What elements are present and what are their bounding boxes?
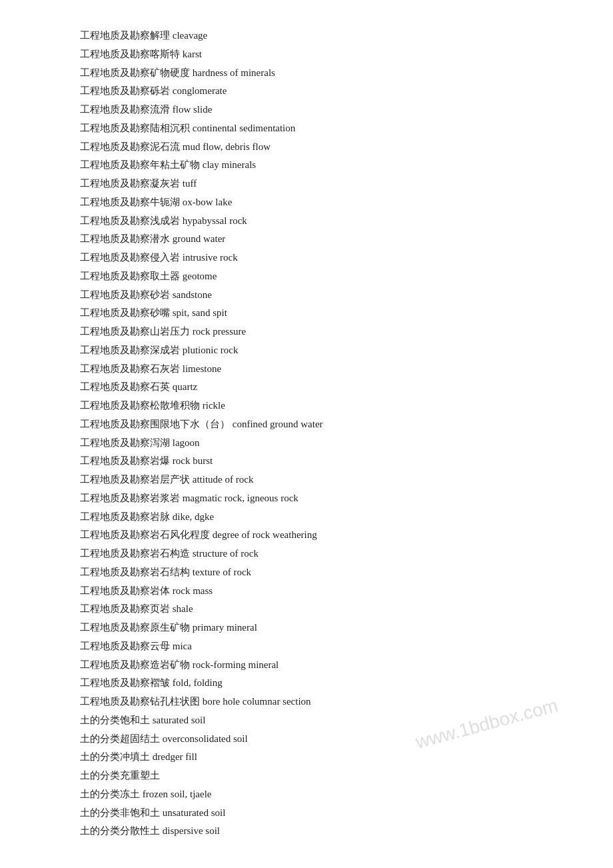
list-item: 土的分类冻土 frozen soil, tjaele bbox=[80, 785, 533, 804]
list-item: 工程地质及勘察石灰岩 limestone bbox=[80, 360, 533, 379]
list-item: 工程地质及勘察喀斯特 karst bbox=[80, 45, 533, 64]
list-item: 土的分类分散性土 dispersive soil bbox=[80, 822, 533, 841]
list-item: 工程地质及勘察侵入岩 intrusive rock bbox=[80, 249, 533, 267]
list-item: 土的分类非饱和土 unsaturated soil bbox=[80, 804, 533, 823]
list-item: 工程地质及勘察陆相沉积 continental sedimentation bbox=[80, 119, 533, 138]
list-item: 土的分类超固结土 overconsolidated soil bbox=[80, 730, 533, 749]
list-item: 工程地质及勘察钻孔柱状图 bore hole columnar section bbox=[80, 693, 533, 711]
list-item: 工程地质及勘察岩石结构 texture of rock bbox=[80, 563, 533, 582]
list-item: 工程地质及勘察深成岩 plutionic rock bbox=[80, 341, 533, 360]
list-item: 工程地质及勘察岩体 rock mass bbox=[80, 582, 533, 601]
list-item: 工程地质及勘察石英 quartz bbox=[80, 378, 533, 397]
list-item: 工程地质及勘察岩石风化程度 degree of rock weathering bbox=[80, 526, 533, 545]
list-item: 工程地质及勘察原生矿物 primary mineral bbox=[80, 619, 533, 637]
list-item: 土的分类饱和土 saturated soil bbox=[80, 711, 533, 730]
list-item: 工程地质及勘察围限地下水（台） confined ground water bbox=[80, 415, 533, 434]
content-list: 工程地质及勘察解理 cleavage工程地质及勘察喀斯特 karst工程地质及勘… bbox=[80, 27, 533, 841]
list-item: 工程地质及勘察山岩压力 rock pressure bbox=[80, 323, 533, 341]
list-item: 工程地质及勘察岩脉 dike, dgke bbox=[80, 508, 533, 527]
list-item: 工程地质及勘察岩浆岩 magmatic rock, igneous rock bbox=[80, 489, 533, 508]
list-item: 工程地质及勘察流滑 flow slide bbox=[80, 101, 533, 119]
list-item: 工程地质及勘察砂岩 sandstone bbox=[80, 286, 533, 305]
list-item: 工程地质及勘察页岩 shale bbox=[80, 600, 533, 619]
list-item: 工程地质及勘察岩爆 rock burst bbox=[80, 452, 533, 471]
list-item: 工程地质及勘察岩层产状 attitude of rock bbox=[80, 471, 533, 489]
list-item: 工程地质及勘察矿物硬度 hardness of minerals bbox=[80, 64, 533, 83]
list-item: 工程地质及勘察凝灰岩 tuff bbox=[80, 175, 533, 193]
list-item: 工程地质及勘察潜水 ground water bbox=[80, 230, 533, 249]
list-item: 工程地质及勘察松散堆积物 rickle bbox=[80, 397, 533, 415]
list-item: 工程地质及勘察牛轭湖 ox-bow lake bbox=[80, 193, 533, 212]
list-item: 工程地质及勘察褶皱 fold, folding bbox=[80, 674, 533, 693]
list-item: 工程地质及勘察年粘土矿物 clay minerals bbox=[80, 156, 533, 175]
list-item: 工程地质及勘察云母 mica bbox=[80, 637, 533, 656]
list-item: 工程地质及勘察解理 cleavage bbox=[80, 27, 533, 45]
list-item: 工程地质及勘察砾岩 conglomerate bbox=[80, 82, 533, 101]
list-item: 工程地质及勘察取土器 geotome bbox=[80, 267, 533, 286]
list-item: 工程地质及勘察泻湖 lagoon bbox=[80, 434, 533, 453]
list-item: 土的分类冲填土 dredger fill bbox=[80, 748, 533, 767]
list-item: 土的分类充重塑土 bbox=[80, 767, 533, 785]
list-item: 工程地质及勘察泥石流 mud flow, debris flow bbox=[80, 138, 533, 157]
list-item: 工程地质及勘察浅成岩 hypabyssal rock bbox=[80, 212, 533, 231]
list-item: 工程地质及勘察造岩矿物 rock-forming mineral bbox=[80, 656, 533, 675]
list-item: 工程地质及勘察岩石构造 structure of rock bbox=[80, 545, 533, 563]
list-item: 工程地质及勘察砂嘴 spit, sand spit bbox=[80, 304, 533, 323]
